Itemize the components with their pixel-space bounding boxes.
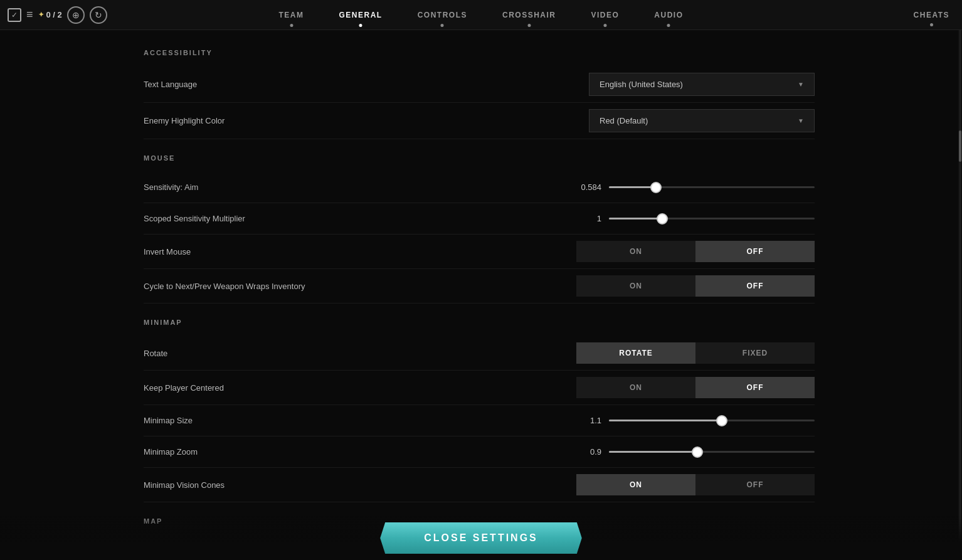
sensitivity-aim-slider-group: 0.584 (576, 182, 815, 192)
minimap-size-slider-group: 1.1 (576, 416, 815, 425)
close-settings-button[interactable]: CLOSE SETTINGS (380, 522, 582, 554)
minimap-zoom-label: Minimap Zoom (144, 447, 576, 457)
cycle-weapon-row: Cycle to Next/Prev Weapon Wraps Inventor… (144, 269, 815, 304)
check-icon: ✓ (8, 8, 21, 22)
keep-player-centered-off[interactable]: Off (695, 377, 815, 398)
sensitivity-aim-label: Sensitivity: Aim (144, 182, 576, 192)
nav-right-section: CHEATS (901, 11, 962, 19)
right-scrollbar[interactable] (958, 30, 962, 560)
sensitivity-aim-value: 0.584 (576, 182, 601, 192)
sensitivity-aim-thumb[interactable] (650, 182, 662, 193)
top-navigation: ✓ ≡ 0 / 2 ⊕ ↻ TEAM GENERAL CONTROLS CROS… (0, 0, 962, 30)
scoped-sensitivity-slider-group: 1 (576, 214, 815, 223)
tab-team[interactable]: TEAM (261, 0, 321, 30)
invert-mouse-on[interactable]: On (576, 241, 695, 262)
main-content: ACCESSIBILITY Text Language English (Uni… (0, 30, 962, 560)
cycle-weapon-on[interactable]: On (576, 275, 695, 297)
scoped-sensitivity-value: 1 (576, 214, 601, 223)
cycle-weapon-label: Cycle to Next/Prev Weapon Wraps Inventor… (144, 282, 576, 291)
text-language-row: Text Language English (United States) ▼ (144, 66, 815, 103)
sensitivity-aim-track[interactable] (609, 186, 815, 188)
minimap-zoom-thumb[interactable] (692, 446, 703, 458)
refresh-icon[interactable]: ↻ (90, 6, 107, 24)
cycle-weapon-control: On Off (576, 275, 815, 297)
keep-player-centered-label: Keep Player Centered (144, 383, 576, 393)
tab-dot (441, 24, 444, 27)
tab-dot (667, 24, 670, 27)
text-language-label: Text Language (144, 80, 576, 89)
rotate-toggle: Rotate Fixed (576, 342, 815, 364)
text-language-control: English (United States) ▼ (576, 73, 815, 96)
enemy-highlight-dropdown[interactable]: Red (Default) ▼ (589, 109, 815, 132)
invert-mouse-label: Invert Mouse (144, 247, 576, 256)
minimap-size-control: 1.1 (576, 416, 815, 425)
rotate-label: Rotate (144, 349, 576, 358)
minimap-zoom-row: Minimap Zoom 0.9 (144, 436, 815, 468)
nav-left-section: ✓ ≡ 0 / 2 ⊕ ↻ (0, 6, 115, 24)
scrollbar-thumb[interactable] (959, 130, 961, 162)
text-language-dropdown[interactable]: English (United States) ▼ (589, 73, 815, 96)
tab-audio[interactable]: AUDIO (637, 0, 700, 30)
keep-player-centered-row: Keep Player Centered On Off (144, 371, 815, 405)
scoped-sensitivity-label: Scoped Sensitivity Multiplier (144, 214, 576, 223)
invert-mouse-control: On Off (576, 241, 815, 262)
tab-general[interactable]: GENERAL (321, 0, 399, 30)
invert-mouse-toggle: On Off (576, 241, 815, 262)
minimap-size-fill (609, 420, 722, 421)
rotate-row: Rotate Rotate Fixed (144, 336, 815, 371)
tab-dot (527, 24, 531, 27)
cycle-weapon-toggle: On Off (576, 275, 815, 297)
tab-dot-active (359, 24, 362, 27)
tab-crosshair[interactable]: CROSSHAIR (485, 0, 574, 30)
sensitivity-aim-control: 0.584 (576, 182, 815, 192)
scoped-sensitivity-fill (609, 218, 662, 219)
nav-tabs: TEAM GENERAL CONTROLS CROSSHAIR VIDEO AU… (261, 0, 700, 30)
minimap-size-thumb[interactable] (716, 415, 727, 426)
enemy-highlight-row: Enemy Highlight Color Red (Default) ▼ (144, 103, 815, 139)
minimap-zoom-slider-group: 0.9 (576, 447, 815, 457)
enemy-highlight-control: Red (Default) ▼ (576, 109, 815, 132)
scoped-sensitivity-row: Scoped Sensitivity Multiplier 1 (144, 203, 815, 235)
minimap-vision-cones-label: Minimap Vision Cones (144, 480, 576, 490)
keep-player-centered-on[interactable]: On (576, 377, 695, 398)
rotate-fixed[interactable]: Fixed (695, 342, 815, 364)
minimap-size-label: Minimap Size (144, 416, 576, 425)
menu-icon[interactable]: ≡ (26, 8, 33, 21)
minimap-vision-cones-on[interactable]: On (576, 474, 695, 495)
dropdown-arrow-icon: ▼ (798, 117, 804, 124)
minimap-zoom-fill (609, 451, 697, 453)
tab-dot (603, 24, 606, 27)
scoped-sensitivity-track[interactable] (609, 218, 815, 219)
invert-mouse-off[interactable]: Off (695, 241, 815, 262)
scoped-sensitivity-control: 1 (576, 214, 815, 223)
cycle-weapon-off[interactable]: Off (695, 275, 815, 297)
minimap-vision-cones-off[interactable]: Off (695, 474, 815, 495)
cheats-dot (930, 23, 933, 26)
tab-video[interactable]: VIDEO (574, 0, 637, 30)
keep-player-centered-toggle: On Off (576, 377, 815, 398)
keep-player-centered-control: On Off (576, 377, 815, 398)
minimap-header: MINIMAP (144, 319, 815, 326)
minimap-size-track[interactable] (609, 420, 815, 421)
cheats-tab[interactable]: CHEATS (914, 11, 949, 19)
close-settings-container: CLOSE SETTINGS (0, 516, 962, 560)
scoped-sensitivity-thumb[interactable] (657, 213, 668, 225)
minimap-zoom-track[interactable] (609, 451, 815, 453)
scrollbar-track (959, 30, 961, 560)
tab-controls[interactable]: CONTROLS (400, 0, 485, 30)
mouse-header: MOUSE (144, 154, 815, 162)
accessibility-header: ACCESSIBILITY (144, 49, 815, 56)
minimap-vision-cones-toggle: On Off (576, 474, 815, 495)
minimap-zoom-value: 0.9 (576, 447, 601, 457)
crosshair-icon[interactable]: ⊕ (67, 6, 85, 24)
minimap-size-value: 1.1 (576, 416, 601, 425)
minimap-vision-cones-control: On Off (576, 474, 815, 495)
tab-dot (290, 24, 293, 27)
minimap-vision-cones-row: Minimap Vision Cones On Off (144, 468, 815, 502)
sensitivity-aim-row: Sensitivity: Aim 0.584 (144, 172, 815, 203)
settings-panel: ACCESSIBILITY Text Language English (Uni… (119, 30, 840, 560)
rotate-rotate[interactable]: Rotate (576, 342, 695, 364)
score-display: 0 / 2 (38, 10, 62, 19)
enemy-highlight-label: Enemy Highlight Color (144, 116, 576, 125)
score-value: 0 / 2 (46, 10, 62, 19)
